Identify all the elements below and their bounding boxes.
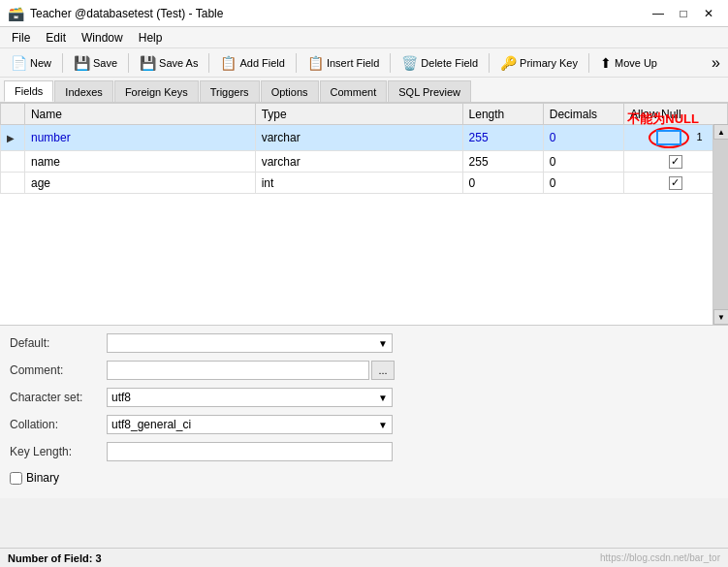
- allownull-circle: [649, 127, 689, 148]
- new-icon: 📄: [11, 55, 27, 71]
- col-length[interactable]: Length: [462, 104, 543, 125]
- table-row[interactable]: age int 0 0: [1, 173, 728, 194]
- toolbar: 📄 New 💾 Save 💾 Save As 📋 Add Field 📋 Ins…: [0, 48, 728, 78]
- row-arrow-3: [1, 173, 25, 194]
- scroll-thumb[interactable]: [713, 140, 728, 309]
- form-row-default: Default: ▼: [10, 331, 718, 355]
- move-up-icon: ⬆: [600, 55, 612, 71]
- col-decimals[interactable]: Decimals: [543, 104, 623, 125]
- table-row[interactable]: ▶ number varchar 255 0 1: [1, 125, 728, 151]
- tab-options[interactable]: Options: [261, 80, 319, 102]
- menu-window[interactable]: Window: [74, 29, 131, 47]
- menu-help[interactable]: Help: [131, 29, 171, 47]
- table-area: 不能为NULL Name Type Length Decimals Allow …: [0, 103, 728, 326]
- select-collation[interactable]: utf8_general_ci ▼: [107, 415, 393, 434]
- add-field-button[interactable]: 📋 Add Field: [213, 51, 291, 75]
- save-icon: 💾: [74, 55, 90, 71]
- label-keylength: Key Length:: [10, 445, 107, 458]
- cell-length-3: 0: [462, 173, 543, 194]
- tab-foreign-keys[interactable]: Foreign Keys: [114, 80, 199, 102]
- tab-comment[interactable]: Comment: [320, 80, 388, 102]
- menu-file[interactable]: File: [4, 29, 38, 47]
- delete-field-button[interactable]: 🗑️ Delete Field: [395, 51, 485, 75]
- title-controls: — □ ✕: [647, 4, 720, 23]
- title-bar: 🗃️ Teacher @databasetest (Test) - Table …: [0, 0, 728, 27]
- delete-field-label: Delete Field: [421, 57, 478, 69]
- annotation-text: 不能为NULL: [627, 111, 699, 126]
- window-title: Teacher @databasetest (Test) - Table: [30, 7, 223, 20]
- binary-checkbox[interactable]: [10, 472, 22, 485]
- cell-type-1: varchar: [255, 125, 462, 151]
- annotation-bubble: 不能为NULL: [627, 110, 699, 128]
- save-as-label: Save As: [159, 57, 198, 69]
- cell-length-2: 255: [462, 151, 543, 173]
- cell-type-3: int: [255, 173, 462, 194]
- form-row-comment: Comment: ...: [10, 359, 718, 382]
- save-as-icon: 💾: [140, 55, 156, 71]
- table-row[interactable]: name varchar 255 0: [1, 151, 728, 173]
- move-up-button[interactable]: ⬆ Move Up: [593, 51, 664, 75]
- tab-sql-preview[interactable]: SQL Preview: [388, 80, 471, 102]
- chevron-down-icon-default: ▼: [378, 338, 388, 349]
- save-as-button[interactable]: 💾 Save As: [133, 51, 205, 75]
- cell-decimals-1: 0: [543, 125, 623, 151]
- tab-bar: Fields Indexes Foreign Keys Triggers Opt…: [0, 78, 728, 103]
- checkbox-checked-2[interactable]: [669, 155, 682, 169]
- toolbar-overflow[interactable]: »: [708, 52, 724, 74]
- checkbox-unchecked-selected[interactable]: [656, 130, 681, 145]
- input-keylength[interactable]: [107, 442, 393, 461]
- select-charset[interactable]: utf8 ▼: [107, 388, 393, 407]
- col-arrow: [1, 104, 25, 125]
- chevron-down-icon-collation: ▼: [378, 420, 388, 430]
- move-up-label: Move Up: [615, 57, 657, 69]
- scroll-down-arrow[interactable]: ▼: [713, 309, 728, 325]
- input-comment[interactable]: [107, 361, 369, 380]
- cell-name-2: name: [24, 151, 255, 173]
- primary-key-icon: 🔑: [500, 55, 517, 71]
- primary-key-button[interactable]: 🔑 Primary Key: [493, 51, 585, 75]
- new-label: New: [30, 57, 51, 69]
- minimize-button[interactable]: —: [647, 4, 670, 23]
- maximize-button[interactable]: □: [672, 4, 695, 23]
- scroll-up-arrow[interactable]: ▲: [713, 124, 728, 140]
- save-label: Save: [93, 57, 117, 69]
- status-bar: Number of Field: 3 https://blog.csdn.net…: [0, 548, 728, 567]
- annotation-badge: 1: [697, 131, 703, 142]
- insert-field-button[interactable]: 📋 Insert Field: [301, 51, 386, 75]
- select-collation-value: utf8_general_ci: [111, 418, 191, 431]
- form-row-charset: Character set: utf8 ▼: [10, 386, 718, 409]
- save-button[interactable]: 💾 Save: [67, 51, 124, 75]
- delete-field-icon: 🗑️: [401, 55, 418, 71]
- cell-decimals-3: 0: [543, 173, 623, 194]
- form-row-keylength: Key Length:: [10, 440, 718, 463]
- toolbar-sep-5: [390, 53, 391, 73]
- col-type[interactable]: Type: [255, 104, 462, 125]
- tab-fields[interactable]: Fields: [4, 80, 53, 102]
- label-comment: Comment:: [10, 363, 107, 377]
- tab-indexes[interactable]: Indexes: [54, 80, 113, 102]
- toolbar-sep-7: [588, 53, 589, 73]
- field-count: Number of Field: 3: [8, 552, 102, 564]
- menu-edit[interactable]: Edit: [38, 29, 74, 47]
- tab-triggers[interactable]: Triggers: [200, 80, 260, 102]
- close-button[interactable]: ✕: [697, 4, 720, 23]
- cell-length-1: 255: [462, 125, 543, 151]
- binary-label: Binary: [26, 471, 59, 485]
- row-arrow-1: ▶: [1, 125, 25, 151]
- watermark: https://blog.csdn.net/bar_tor: [600, 552, 720, 563]
- toolbar-sep-6: [489, 53, 490, 73]
- select-default[interactable]: ▼: [107, 333, 393, 353]
- toolbar-sep-1: [62, 53, 63, 73]
- vertical-scrollbar[interactable]: ▲ ▼: [712, 124, 728, 325]
- checkbox-row-binary: Binary: [10, 467, 718, 488]
- row-arrow-2: [1, 151, 25, 173]
- toolbar-sep-2: [128, 53, 129, 73]
- comment-ellipsis-button[interactable]: ...: [371, 361, 395, 380]
- label-charset: Character set:: [10, 391, 107, 404]
- data-table: Name Type Length Decimals Allow Null ▶ n…: [0, 103, 728, 194]
- new-button[interactable]: 📄 New: [4, 51, 58, 75]
- checkbox-checked-3[interactable]: [669, 176, 682, 190]
- col-name[interactable]: Name: [24, 104, 255, 125]
- add-field-icon: 📋: [220, 55, 237, 71]
- primary-key-label: Primary Key: [520, 57, 578, 69]
